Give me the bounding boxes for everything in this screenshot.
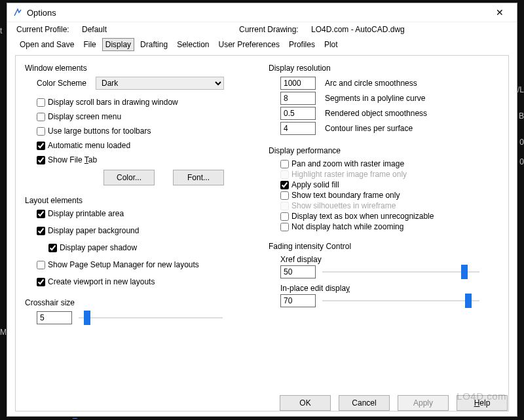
inplace-edit-label: In-place edit display bbox=[269, 284, 499, 293]
fading-title: Fading intensity Control bbox=[269, 242, 499, 251]
xref-display-input[interactable] bbox=[280, 265, 316, 278]
current-profile-label: Current Profile: bbox=[16, 25, 82, 34]
rendered-smoothness-label: Rendered object smoothness bbox=[325, 109, 427, 118]
tab-profiles[interactable]: Profiles bbox=[286, 38, 318, 51]
color-scheme-select[interactable]: Dark bbox=[96, 77, 224, 90]
checkbox-highlight-frame bbox=[280, 170, 289, 179]
close-button[interactable]: ✕ bbox=[488, 7, 512, 18]
current-drawing-value: LO4D.com - AutoCAD.dwg bbox=[311, 25, 405, 34]
segments-label: Segments in a polyline curve bbox=[325, 94, 425, 103]
checkbox-page-setup-manager[interactable] bbox=[37, 261, 45, 269]
label-screen-menu: Display screen menu bbox=[48, 112, 121, 121]
cancel-button[interactable]: Cancel bbox=[339, 395, 390, 411]
tab-drafting[interactable]: Drafting bbox=[137, 38, 171, 51]
crosshair-title: Crosshair size bbox=[25, 298, 255, 307]
label-paper-shadow: Display paper shadow bbox=[60, 243, 137, 252]
checkbox-paper-background[interactable] bbox=[37, 227, 45, 235]
tab-file[interactable]: File bbox=[80, 38, 99, 51]
label-file-tab: Show File Tab bbox=[48, 155, 97, 164]
label-highlight-frame: Highlight raster image frame only bbox=[291, 170, 407, 179]
xref-display-label: Xref display bbox=[269, 255, 499, 264]
label-pan-zoom-raster: Pan and zoom with raster image bbox=[291, 159, 404, 168]
xref-display-slider[interactable] bbox=[322, 265, 479, 278]
ok-button[interactable]: OK bbox=[280, 395, 331, 411]
color-button[interactable]: Color... bbox=[103, 170, 155, 185]
checkbox-text-as-box[interactable] bbox=[280, 212, 289, 221]
checkbox-paper-shadow[interactable] bbox=[48, 244, 57, 252]
label-silhouettes: Show silhouettes in wireframe bbox=[291, 201, 396, 210]
label-create-viewport: Create viewport in new layouts bbox=[48, 277, 155, 286]
tab-selection[interactable]: Selection bbox=[174, 38, 212, 51]
checkbox-silhouettes bbox=[280, 202, 289, 210]
label-text-boundary: Show text boundary frame only bbox=[291, 191, 400, 200]
inplace-edit-input[interactable] bbox=[280, 294, 316, 307]
titlebar: Options ✕ bbox=[7, 3, 517, 22]
checkbox-auto-menu[interactable] bbox=[37, 142, 45, 150]
window-title: Options bbox=[23, 8, 56, 18]
inplace-edit-slider[interactable] bbox=[322, 294, 479, 307]
checkbox-pan-zoom-raster[interactable] bbox=[280, 160, 289, 168]
label-no-hatch-zoom: Not display hatch while zooming bbox=[291, 222, 403, 231]
label-auto-menu: Automatic menu loaded bbox=[48, 141, 130, 150]
tab-plot[interactable]: Plot bbox=[321, 38, 341, 51]
tab-bar: Open and Save File Display Drafting Sele… bbox=[7, 37, 517, 51]
tab-open-save[interactable]: Open and Save bbox=[16, 38, 77, 51]
help-button[interactable]: Help bbox=[457, 395, 508, 411]
segments-input[interactable] bbox=[280, 92, 316, 105]
profile-row: Current Profile: Default Current Drawing… bbox=[7, 22, 517, 37]
layout-elements-title: Layout elements bbox=[25, 196, 255, 205]
current-drawing-label: Current Drawing: bbox=[239, 25, 311, 34]
apply-button[interactable]: Apply bbox=[398, 395, 449, 411]
tab-display[interactable]: Display bbox=[102, 38, 134, 51]
tab-user-preferences[interactable]: User Preferences bbox=[215, 38, 283, 51]
label-page-setup-manager: Show Page Setup Manager for new layouts bbox=[48, 260, 199, 269]
display-performance-title: Display performance bbox=[269, 146, 499, 155]
display-resolution-title: Display resolution bbox=[269, 64, 499, 73]
label-printable-area: Display printable area bbox=[48, 209, 124, 218]
arc-smoothness-input[interactable] bbox=[280, 77, 316, 90]
checkbox-solid-fill[interactable] bbox=[280, 181, 289, 189]
checkbox-text-boundary[interactable] bbox=[280, 191, 289, 200]
dialog-footer: OK Cancel Apply Help bbox=[280, 395, 508, 411]
crosshair-slider[interactable] bbox=[79, 311, 223, 324]
checkbox-screen-menu[interactable] bbox=[37, 113, 45, 121]
label-large-buttons: Use large buttons for toolbars bbox=[48, 126, 151, 136]
label-solid-fill: Apply solid fill bbox=[291, 180, 339, 189]
window-elements-title: Window elements bbox=[25, 64, 255, 73]
checkbox-no-hatch-zoom[interactable] bbox=[280, 223, 289, 231]
contour-lines-label: Contour lines per surface bbox=[325, 124, 413, 133]
checkbox-create-viewport[interactable] bbox=[37, 278, 45, 286]
checkbox-file-tab[interactable] bbox=[37, 156, 45, 164]
color-scheme-label: Color Scheme bbox=[37, 79, 96, 88]
checkbox-scroll-bars[interactable] bbox=[37, 98, 45, 107]
font-button[interactable]: Font... bbox=[173, 170, 224, 185]
current-profile-value: Default bbox=[82, 25, 239, 34]
left-column: Window elements Color Scheme Dark Displa… bbox=[25, 61, 255, 406]
crosshair-size-input[interactable] bbox=[37, 311, 72, 324]
options-dialog: Options ✕ Current Profile: Default Curre… bbox=[7, 3, 517, 417]
checkbox-printable-area[interactable] bbox=[37, 210, 45, 218]
label-paper-background: Display paper background bbox=[48, 226, 139, 235]
rendered-smoothness-input[interactable] bbox=[280, 107, 316, 120]
label-text-as-box: Display text as box when unrecognizable bbox=[291, 212, 434, 221]
display-panel: Window elements Color Scheme Dark Displa… bbox=[15, 55, 509, 411]
contour-lines-input[interactable] bbox=[280, 122, 316, 135]
right-column: Display resolution Arc and circle smooth… bbox=[269, 61, 499, 406]
arc-smoothness-label: Arc and circle smoothness bbox=[325, 79, 417, 88]
label-scroll-bars: Display scroll bars in drawing window bbox=[48, 98, 178, 107]
app-icon bbox=[12, 7, 23, 18]
checkbox-large-buttons[interactable] bbox=[37, 127, 45, 136]
